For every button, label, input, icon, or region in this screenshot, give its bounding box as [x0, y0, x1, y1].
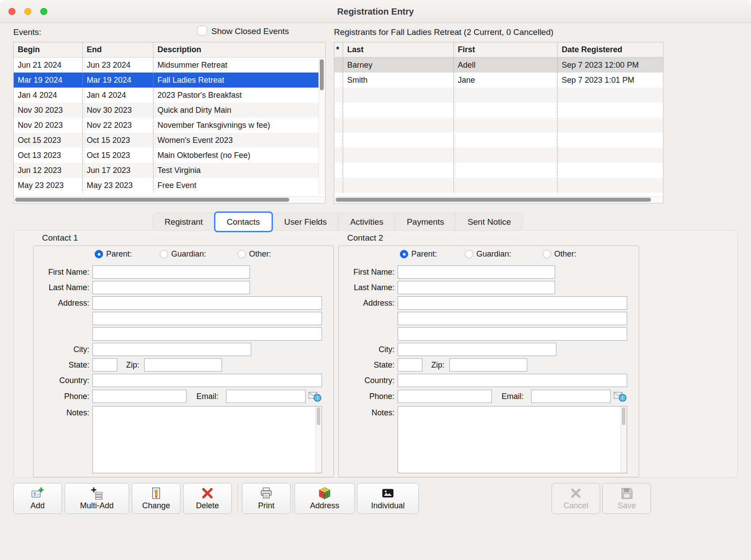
contact1-notes-scrollbar[interactable] — [315, 407, 322, 473]
registrants-col-first[interactable]: First — [454, 42, 558, 57]
contact1-address-line1-input[interactable] — [92, 296, 322, 310]
events-col-begin[interactable]: Begin — [14, 42, 83, 57]
events-vertical-scrollbar-thumb[interactable] — [320, 59, 324, 90]
zoom-button[interactable] — [40, 8, 47, 15]
table-row[interactable]: Smith Jane Sep 7 2023 1:01 PM — [334, 73, 663, 88]
contact1-other-label[interactable]: Other: — [249, 250, 271, 258]
tab-sent-notice[interactable]: Sent Notice — [456, 213, 522, 230]
contact1-first-name-input[interactable] — [92, 265, 250, 279]
table-row[interactable]: Nov 20 2023 Nov 22 2023 November Tanksgi… — [14, 118, 325, 133]
multi-add-button[interactable]: Multi-Add — [65, 483, 129, 514]
contact1-zip-input[interactable] — [144, 358, 222, 372]
contact2-guardian-radio[interactable] — [465, 250, 473, 258]
table-row[interactable]: Jun 21 2024 Jun 23 2024 Midsummer Retrea… — [14, 58, 325, 73]
minimize-button[interactable] — [24, 8, 31, 15]
address-button[interactable]: Address — [295, 483, 355, 514]
contact2-notes-textarea[interactable] — [398, 407, 621, 473]
table-row-empty — [334, 118, 663, 133]
contact2-email-input[interactable] — [531, 390, 611, 403]
tab-bar: Registrant Contacts User Fields Activiti… — [153, 213, 523, 231]
contact1-country-input[interactable] — [92, 374, 322, 387]
contact2-address-line2-input[interactable] — [398, 312, 627, 325]
events-horizontal-scrollbar[interactable] — [14, 196, 325, 203]
table-row[interactable]: Nov 30 2023 Nov 30 2023 Quick and Dirty … — [14, 103, 325, 118]
table-row-empty — [334, 103, 663, 118]
table-row[interactable]: Jan 4 2024 Jan 4 2024 2023 Pastor's Brea… — [14, 88, 325, 103]
table-row-selected[interactable]: Barney Adell Sep 7 2023 12:00 PM — [334, 58, 663, 73]
contact1-email-button[interactable] — [307, 390, 322, 403]
table-row[interactable]: Jun 12 2023 Jun 17 2023 Test Virginia — [14, 163, 325, 178]
contact1-other-radio[interactable] — [238, 250, 246, 258]
delete-button[interactable]: Delete — [183, 483, 232, 514]
cancel-button[interactable]: Cancel — [552, 483, 600, 514]
contact2-notes-scrollbar[interactable] — [621, 407, 627, 473]
email-label: Email: — [167, 390, 220, 403]
contact1-address-line3-input[interactable] — [92, 327, 322, 341]
individual-button[interactable]: Individual — [357, 483, 419, 514]
change-button[interactable]: Change — [132, 483, 180, 514]
table-row-selected[interactable]: Mar 19 2024 Mar 19 2024 Fall Ladies Retr… — [14, 73, 325, 88]
save-button[interactable]: Save — [602, 483, 651, 514]
contact1-notes-textarea[interactable] — [93, 407, 316, 473]
contact2-other-label[interactable]: Other: — [554, 250, 576, 258]
events-horizontal-scrollbar-thumb[interactable] — [15, 198, 289, 202]
add-icon — [31, 487, 44, 500]
address-label: Address: — [34, 296, 91, 310]
contact2-parent-radio[interactable] — [400, 250, 408, 258]
contact1-guardian-label[interactable]: Guardian: — [171, 250, 206, 258]
registrants-col-last[interactable]: Last — [343, 42, 454, 57]
contact2-first-name-input[interactable] — [398, 265, 555, 279]
contact2-last-name-input[interactable] — [398, 281, 555, 294]
tab-activities[interactable]: Activities — [338, 213, 395, 230]
contact1-address-line2-input[interactable] — [92, 312, 322, 325]
contact2-guardian-label[interactable]: Guardian: — [476, 250, 511, 258]
contact2-country-input[interactable] — [398, 374, 627, 387]
contact2-notes-field — [398, 406, 627, 473]
table-row-empty — [334, 88, 663, 103]
table-row[interactable]: Oct 15 2023 Oct 15 2023 Women's Event 20… — [14, 133, 325, 148]
table-row[interactable]: May 23 2023 May 23 2023 Free Event — [14, 178, 325, 193]
contact1-last-name-input[interactable] — [92, 281, 250, 294]
contact2-address-line3-input[interactable] — [398, 327, 627, 341]
notes-label: Notes: — [34, 406, 91, 419]
contact2-email-button[interactable] — [613, 390, 628, 403]
contact2-other-radio[interactable] — [543, 250, 551, 258]
country-label: Country: — [34, 374, 91, 387]
tab-user-fields[interactable]: User Fields — [272, 213, 338, 230]
city-label: City: — [34, 343, 91, 356]
contact1-guardian-radio[interactable] — [160, 250, 168, 258]
tab-payments[interactable]: Payments — [395, 213, 456, 230]
delete-icon — [201, 487, 214, 500]
close-button[interactable] — [8, 8, 15, 15]
contact2-address-line1-input[interactable] — [398, 296, 627, 310]
print-button[interactable]: Print — [242, 483, 291, 514]
add-button[interactable]: Add — [13, 483, 62, 514]
first-name-label: First Name: — [34, 265, 91, 279]
table-row-empty — [334, 163, 663, 178]
toolbar-separator — [238, 484, 238, 513]
contact1-parent-label[interactable]: Parent: — [106, 250, 132, 258]
zip-label: Zip: — [393, 358, 446, 372]
events-vertical-scrollbar[interactable] — [318, 58, 325, 194]
contact2-city-input[interactable] — [398, 343, 556, 356]
events-col-description[interactable]: Description — [153, 42, 325, 57]
table-row[interactable]: Oct 13 2023 Oct 15 2023 Main Oktoberfest… — [14, 148, 325, 163]
city-label: City: — [339, 343, 396, 356]
show-closed-events-checkbox[interactable] — [197, 26, 207, 35]
registrants-col-star[interactable]: * — [334, 42, 343, 57]
registrants-col-date[interactable]: Date Registered — [558, 42, 663, 57]
registrants-table-header: * Last First Date Registered — [334, 42, 663, 58]
events-table-header: Begin End Description — [14, 42, 325, 58]
cancel-icon — [569, 487, 582, 500]
contact1-parent-radio[interactable] — [95, 250, 103, 258]
registrants-horizontal-scrollbar-thumb[interactable] — [336, 198, 651, 202]
contact2-zip-input[interactable] — [449, 358, 527, 372]
tab-registrant[interactable]: Registrant — [153, 213, 215, 230]
registrants-horizontal-scrollbar[interactable] — [334, 196, 663, 203]
contact1-city-input[interactable] — [92, 343, 251, 356]
tab-contacts[interactable]: Contacts — [214, 211, 273, 232]
show-closed-events-label[interactable]: Show Closed Events — [211, 27, 289, 36]
contact1-email-input[interactable] — [226, 390, 306, 403]
contact2-parent-label[interactable]: Parent: — [411, 250, 437, 258]
events-col-end[interactable]: End — [83, 42, 153, 57]
